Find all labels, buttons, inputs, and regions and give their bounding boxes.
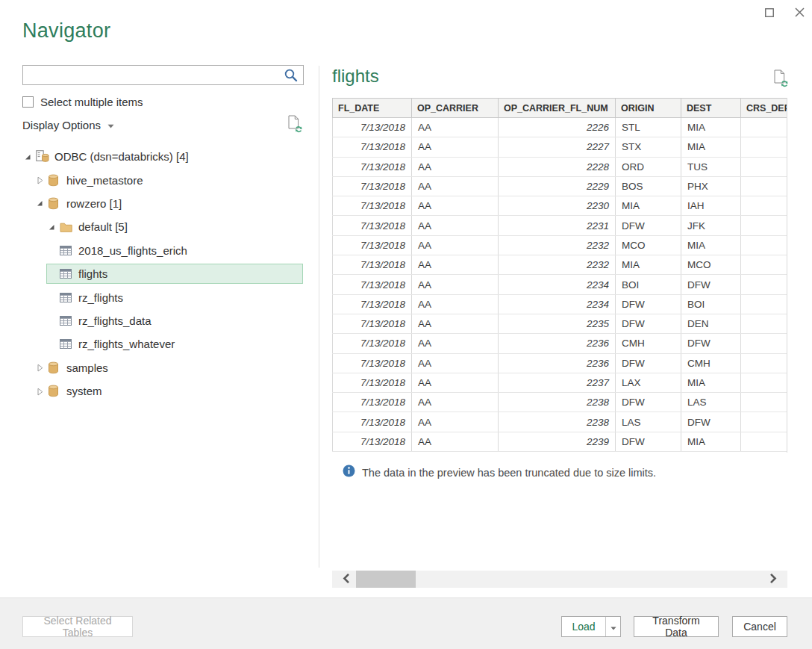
- tree-item-content: samples: [34, 358, 303, 378]
- table-row: 7/13/2018AA2227STXMIA: [333, 137, 788, 157]
- tree-item-label: flights: [78, 267, 107, 280]
- table-cell: DFW: [681, 275, 741, 294]
- tree-item-hive-metastore[interactable]: hive_metastore: [0, 168, 303, 191]
- table-cell: 2234: [499, 294, 616, 314]
- refresh-preview-icon[interactable]: [287, 114, 304, 134]
- table-cell: 7/13/2018: [333, 137, 412, 157]
- collapsed-arrow-icon[interactable]: [35, 176, 48, 184]
- odbc-source-icon: [36, 150, 50, 163]
- navigator-tree: ODBC (dsn=databricks) [4]hive_metastorer…: [0, 145, 303, 403]
- transform-data-button[interactable]: Transform Data: [634, 616, 719, 637]
- search-icon[interactable]: [284, 69, 298, 85]
- table-icon: [60, 293, 74, 302]
- collapsed-arrow-icon[interactable]: [35, 387, 48, 396]
- select-related-tables-button[interactable]: Select Related Tables: [22, 616, 133, 637]
- table-row: 7/13/2018AA2237LAXMIA: [333, 373, 788, 392]
- table-cell: 2230: [499, 196, 616, 216]
- chevron-down-icon: [610, 621, 616, 633]
- table-cell: [741, 334, 788, 353]
- table-cell: 7/13/2018: [333, 196, 412, 216]
- table-cell: [741, 196, 788, 216]
- tree-item-label: ODBC (dsn=databricks) [4]: [54, 150, 189, 163]
- tree-item-rz-flights-whatever[interactable]: rz_flights_whatever: [0, 332, 303, 355]
- table-cell: [741, 255, 788, 275]
- scroll-right-button[interactable]: [763, 571, 783, 588]
- table-cell: JFK: [681, 216, 741, 235]
- folder-icon: [60, 222, 74, 232]
- tree-item-system[interactable]: system: [0, 379, 303, 403]
- load-dropdown-button[interactable]: [605, 617, 620, 636]
- tree-item-label: hive_metastore: [66, 174, 143, 187]
- tree-item-2018-us-flights-erich[interactable]: 2018_us_flights_erich: [0, 239, 303, 262]
- tree-item-label: rz_flights: [78, 291, 123, 304]
- table-cell: BOI: [681, 294, 741, 314]
- table-row: 7/13/2018AA2228ORDTUS: [333, 157, 788, 176]
- tree-item-samples[interactable]: samples: [0, 356, 303, 379]
- table-cell: MCO: [616, 235, 681, 255]
- table-cell: [741, 294, 788, 314]
- table-row: 7/13/2018AA2239DFWMIA: [333, 432, 788, 451]
- scrollbar-thumb[interactable]: [356, 571, 416, 588]
- table-cell: [741, 393, 788, 412]
- table-cell: DFW: [616, 314, 681, 333]
- table-cell: 2227: [499, 137, 616, 157]
- table-cell: 2232: [499, 235, 616, 255]
- table-cell: ORD: [616, 157, 681, 176]
- chevron-right-icon: [769, 573, 777, 586]
- table-cell: CMH: [681, 353, 741, 373]
- select-multiple-checkbox[interactable]: [22, 96, 34, 108]
- table-cell: BOS: [616, 176, 681, 196]
- search-input[interactable]: [23, 66, 303, 84]
- cancel-button[interactable]: Cancel: [732, 616, 787, 637]
- database-icon: [48, 361, 62, 374]
- tree-item-content: default [5]: [46, 217, 303, 237]
- tree-item-odbc-dsn-databricks-4[interactable]: ODBC (dsn=databricks) [4]: [0, 145, 303, 168]
- collapsed-arrow-icon[interactable]: [35, 363, 48, 372]
- tree-item-content: rz_flights_data: [46, 311, 303, 331]
- table-cell: AA: [412, 334, 499, 353]
- table-cell: 7/13/2018: [333, 118, 412, 137]
- table-cell: 7/13/2018: [333, 157, 412, 176]
- expanded-arrow-icon[interactable]: [47, 223, 60, 232]
- navigator-dialog: Navigator Select multiple items Display …: [0, 0, 812, 649]
- table-cell: [741, 353, 788, 373]
- close-button[interactable]: [790, 4, 808, 22]
- refresh-preview-icon[interactable]: [772, 67, 791, 90]
- table-cell: DFW: [616, 432, 681, 451]
- table-cell: DFW: [681, 412, 741, 432]
- table-cell: [741, 412, 788, 432]
- select-multiple-row: Select multiple items: [22, 96, 143, 108]
- table-cell: AA: [412, 216, 499, 235]
- horizontal-scrollbar[interactable]: [332, 571, 787, 588]
- table-cell: 2235: [499, 314, 616, 333]
- table-row: 7/13/2018AA2236CMHDFW: [333, 334, 788, 353]
- table-cell: 7/13/2018: [333, 294, 412, 314]
- display-options-label: Display Options: [22, 119, 101, 131]
- table-cell: MCO: [681, 255, 741, 275]
- table-row: 7/13/2018AA2232MIAMCO: [333, 255, 788, 275]
- database-icon: [48, 174, 62, 187]
- tree-item-default-5[interactable]: default [5]: [0, 215, 303, 238]
- tree-item-rowzero-1[interactable]: rowzero [1]: [0, 192, 303, 215]
- table-cell: STL: [616, 118, 681, 137]
- expanded-arrow-icon[interactable]: [23, 152, 36, 161]
- tree-item-rz-flights-data[interactable]: rz_flights_data: [0, 309, 303, 332]
- table-cell: LAX: [616, 373, 681, 392]
- tree-item-rz-flights[interactable]: rz_flights: [0, 285, 303, 308]
- table-cell: 2236: [499, 334, 616, 353]
- expanded-arrow-icon[interactable]: [35, 199, 48, 208]
- table-cell: TUS: [681, 157, 741, 176]
- table-cell: AA: [412, 432, 499, 451]
- table-row: 7/13/2018AA2232MCOMIA: [333, 235, 788, 255]
- tree-item-content: 2018_us_flights_erich: [46, 240, 303, 261]
- load-button[interactable]: Load: [562, 617, 605, 636]
- table-cell: AA: [412, 118, 499, 137]
- display-options-dropdown[interactable]: Display Options: [22, 118, 114, 131]
- table-cell: [741, 275, 788, 294]
- table-cell: 2228: [499, 157, 616, 176]
- load-split-button: Load: [561, 616, 621, 637]
- table-cell: 7/13/2018: [333, 216, 412, 235]
- maximize-button[interactable]: [761, 4, 778, 22]
- tree-item-flights[interactable]: flights: [0, 262, 303, 285]
- scroll-left-button[interactable]: [337, 571, 356, 588]
